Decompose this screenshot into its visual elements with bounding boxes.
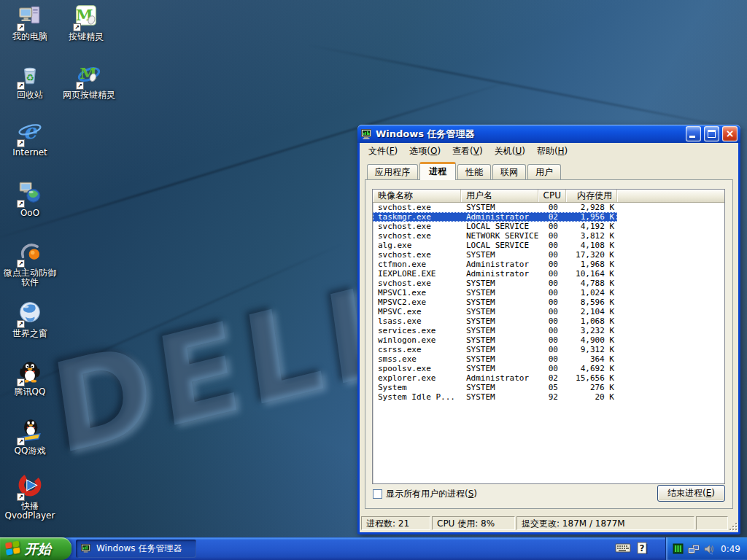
ooo-icon: ↗ bbox=[18, 193, 42, 207]
minimize-button[interactable] bbox=[686, 126, 701, 141]
shortcut-arrow-icon: ↗ bbox=[17, 493, 25, 501]
desktop-icon-internet-explorer[interactable]: e↗Internet bbox=[2, 119, 58, 158]
tab-联网[interactable]: 联网 bbox=[492, 164, 526, 179]
process-list: 映像名称 用户名 CPU 内存使用 svchost.exeSYSTEM002,9… bbox=[372, 189, 725, 484]
shortcut-arrow-icon: ↗ bbox=[17, 260, 25, 268]
desktop-icon-recycle-bin[interactable]: ♻↗回收站 bbox=[2, 61, 58, 100]
show-all-users-checkbox[interactable] bbox=[373, 489, 382, 499]
svg-text:?: ? bbox=[640, 543, 645, 553]
taskbar-button-task-manager[interactable]: Windows 任务管理器 bbox=[76, 540, 196, 558]
menu-bar: 文件(F)选项(O)查看(V)关机(U)帮助(H) bbox=[360, 143, 738, 159]
shortcut-arrow-icon: ↗ bbox=[17, 139, 25, 147]
process-row[interactable]: alg.exeLOCAL SERVICE004,108 K bbox=[373, 241, 724, 250]
menu-item[interactable]: 关机(U) bbox=[489, 143, 531, 160]
task-manager-icon bbox=[361, 128, 373, 140]
wallpaper-ridge bbox=[306, 44, 747, 135]
process-row[interactable]: svchost.exeSYSTEM0017,320 K bbox=[373, 250, 724, 260]
process-row[interactable]: IEXPLORE.EXEAdministrator0010,164 K bbox=[373, 269, 724, 279]
tab-用户[interactable]: 用户 bbox=[527, 164, 561, 179]
volume-tray-icon[interactable] bbox=[703, 543, 715, 555]
desktop-icon-tencent-qq[interactable]: ↗腾讯QQ bbox=[2, 358, 58, 397]
taskbar-button-label: Windows 任务管理器 bbox=[96, 542, 182, 555]
svg-text:♻: ♻ bbox=[26, 72, 34, 83]
menu-item[interactable]: 文件(F) bbox=[363, 143, 403, 160]
system-tray: 0:49 bbox=[665, 537, 747, 560]
process-row[interactable]: MPSVC1.exeSYSTEM001,024 K bbox=[373, 288, 724, 298]
shortcut-arrow-icon: ↗ bbox=[73, 23, 81, 31]
process-row[interactable]: smss.exeSYSTEM00364 K bbox=[373, 354, 724, 364]
menu-item[interactable]: 查看(V) bbox=[446, 143, 489, 160]
process-row[interactable]: ctfmon.exeAdministrator001,968 K bbox=[373, 260, 724, 269]
desktop-icon-anjian[interactable]: M↗按键精灵 bbox=[58, 3, 114, 42]
process-row[interactable]: lsass.exeSYSTEM001,068 K bbox=[373, 316, 724, 326]
desktop-icon-label: QQ游戏 bbox=[2, 446, 58, 456]
process-row[interactable]: svchost.exeNETWORK SERVICE003,812 K bbox=[373, 231, 724, 241]
task-manager-tray-icon[interactable] bbox=[673, 543, 684, 555]
qq-games-icon: ↗ bbox=[18, 431, 42, 445]
process-row[interactable]: svchost.exeLOCAL SERVICE004,192 K bbox=[373, 222, 724, 231]
process-row[interactable]: csrss.exeSYSTEM009,312 K bbox=[373, 345, 724, 354]
web-anjian-icon: M↗ bbox=[77, 75, 101, 89]
desktop-icon-qq-games[interactable]: ↗QQ游戏 bbox=[2, 417, 58, 456]
desktop-icon-my-computer[interactable]: ↗我的电脑 bbox=[2, 3, 58, 42]
tab-性能[interactable]: 性能 bbox=[457, 164, 491, 179]
process-list-header: 映像名称 用户名 CPU 内存使用 bbox=[373, 190, 724, 203]
process-row[interactable]: MPSVC2.exeSYSTEM008,596 K bbox=[373, 298, 724, 307]
desktop-icon-qvod-player[interactable]: ↗快播 QvodPlayer bbox=[2, 472, 58, 521]
status-commit-charge: 提交更改: 187M / 1877M bbox=[516, 516, 694, 530]
desktop-icon-label: 回收站 bbox=[2, 90, 58, 100]
process-row[interactable]: spoolsv.exeSYSTEM004,692 K bbox=[373, 364, 724, 373]
process-row[interactable]: SystemSYSTEM05276 K bbox=[373, 383, 724, 392]
process-row[interactable]: svchost.exeSYSTEM004,788 K bbox=[373, 279, 724, 288]
process-row[interactable]: services.exeSYSTEM003,232 K bbox=[373, 326, 724, 335]
taskbar: 开始 Windows 任务管理器 ? 0:49 bbox=[0, 537, 747, 560]
anjian-icon: M↗ bbox=[74, 17, 98, 31]
tab-strip: 应用程序进程性能联网用户 bbox=[365, 163, 733, 179]
process-row[interactable]: System Idle P...SYSTEM9220 K bbox=[373, 392, 724, 402]
titlebar[interactable]: Windows 任务管理器 × bbox=[357, 125, 740, 143]
desktop-icon-label: Internet bbox=[2, 148, 58, 158]
help-icon[interactable]: ? bbox=[637, 542, 648, 558]
desktop-icon-web-anjian[interactable]: M↗网页按键精灵 bbox=[57, 61, 121, 100]
column-header-user-name[interactable]: 用户名 bbox=[461, 190, 538, 202]
process-row[interactable]: explorer.exeAdministrator0215,656 K bbox=[373, 373, 724, 383]
process-row[interactable]: winlogon.exeSYSTEM004,900 K bbox=[373, 335, 724, 345]
status-process-count: 进程数: 21 bbox=[361, 516, 430, 530]
desktop-icon-label: 世界之窗 bbox=[2, 329, 58, 338]
column-header-cpu[interactable]: CPU bbox=[538, 190, 566, 202]
menu-item[interactable]: 帮助(H) bbox=[531, 143, 573, 160]
end-process-button[interactable]: 结束进程(E) bbox=[657, 485, 725, 502]
desktop-icon-label: 我的电脑 bbox=[2, 32, 58, 42]
tab-进程[interactable]: 进程 bbox=[419, 162, 456, 180]
status-filler bbox=[696, 516, 728, 530]
task-manager-icon bbox=[81, 543, 92, 554]
recycle-bin-icon: ♻↗ bbox=[18, 75, 42, 89]
column-header-image-name[interactable]: 映像名称 bbox=[373, 190, 461, 202]
desktop-icon-label: 腾讯QQ bbox=[2, 387, 58, 397]
desktop-icon-weidian-defense[interactable]: ↗微点主动防御 软件 bbox=[2, 239, 58, 287]
desktop-icon-ooo[interactable]: ↗OoO bbox=[2, 179, 58, 218]
processes-tab-panel: 映像名称 用户名 CPU 内存使用 svchost.exeSYSTEM002,9… bbox=[365, 179, 733, 509]
show-all-users-checkbox-row[interactable]: 显示所有用户的进程(S) bbox=[373, 488, 477, 500]
process-row[interactable]: MPSVC.exeSYSTEM002,104 K bbox=[373, 307, 724, 316]
show-all-users-label: 显示所有用户的进程(S) bbox=[386, 488, 477, 500]
shortcut-arrow-icon: ↗ bbox=[17, 438, 25, 446]
column-header-mem-usage[interactable]: 内存使用 bbox=[566, 190, 617, 202]
menu-item[interactable]: 选项(O) bbox=[403, 143, 446, 160]
maximize-button[interactable] bbox=[704, 126, 719, 141]
keyboard-language-icon[interactable] bbox=[615, 542, 631, 556]
window-title: Windows 任务管理器 bbox=[376, 125, 683, 143]
tencent-qq-icon: ↗ bbox=[18, 372, 42, 386]
process-row[interactable]: taskmgr.exeAdministrator021,956 K bbox=[373, 212, 724, 222]
network-tray-icon[interactable] bbox=[688, 543, 700, 555]
process-row[interactable]: svchost.exeSYSTEM002,928 K bbox=[373, 203, 724, 212]
shortcut-arrow-icon: ↗ bbox=[17, 378, 25, 386]
world-window-icon: ↗ bbox=[18, 314, 42, 327]
desktop-icon-world-window[interactable]: ↗世界之窗 bbox=[2, 300, 58, 338]
tab-应用程序[interactable]: 应用程序 bbox=[367, 164, 418, 179]
close-button[interactable]: × bbox=[722, 126, 738, 141]
desktop-icon-label: OoO bbox=[2, 209, 58, 218]
start-button[interactable]: 开始 bbox=[0, 537, 71, 560]
resize-grip[interactable] bbox=[727, 521, 737, 530]
desktop-icon-label: 按键精灵 bbox=[58, 32, 114, 42]
